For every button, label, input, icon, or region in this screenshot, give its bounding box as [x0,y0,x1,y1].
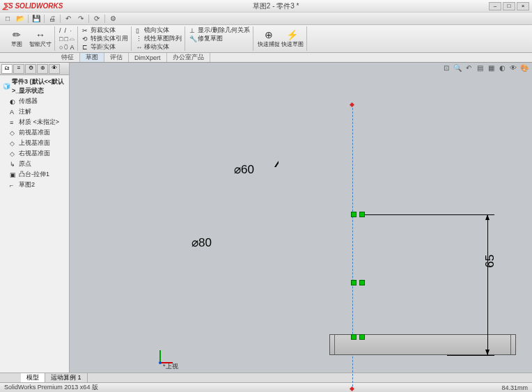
app-logo: ⅀S SOLIDWORKS [3,2,63,10]
rect-tool[interactable]: □ [59,35,63,42]
svg-point-0 [262,124,279,167]
fm-tabs: 🗂 ≡ ⚙ ⊕ 👁 [0,63,69,75]
tree-top-plane[interactable]: ◇上视基准面 [1,138,68,148]
minimize-button[interactable]: – [489,2,501,10]
main-area: 🗂 ≡ ⚙ ⊕ 👁 🧊零件3 (默认<<默认>_显示状态 ◐传感器 A注解 ≡材… [0,63,532,373]
rapid-sketch-button[interactable]: ⚡快速草图 [281,26,304,50]
status-measurement: 84.31mm [501,384,528,391]
arc-tool[interactable]: / [64,26,68,34]
circle-tool[interactable]: ○ [59,43,63,51]
move-button[interactable]: ↔移动实体 [136,43,182,51]
ribbon-group-quick: ⊕快速捕捉 ⚡快速草图 [255,26,307,51]
view-label: *上视 [163,362,178,371]
line-tool[interactable]: / [59,26,63,34]
ext-line-top [362,214,494,215]
relation-marker [351,280,357,285]
tab-dimxpert[interactable]: DimXpert [129,53,167,62]
feature-manager: 🗂 ≡ ⚙ ⊕ 👁 🧊零件3 (默认<<默认>_显示状态 ◐传感器 A注解 ≡材… [0,63,70,373]
window-controls: – □ × [489,2,529,10]
ribbon: ✏草图 ↔智能尺寸 / □ ○ / □ ⬯ · ⌓ A ✂剪裁实体 ⟲转换实体引… [0,25,532,53]
ext-line-bottom [447,355,494,356]
zoom-fit-icon[interactable]: ⊡ [441,64,451,74]
tab-sketch[interactable]: 草图 [80,53,104,62]
options-icon[interactable]: ⚙ [108,14,118,24]
relation-marker [359,280,365,285]
polygon-tool[interactable]: □ [64,35,68,42]
print-icon[interactable]: 🖨 [47,14,57,24]
ribbon-group-sketch: ✏草图 ↔智能尺寸 [3,26,55,51]
fm-tab-prop[interactable]: ≡ [13,64,24,74]
relations-button[interactable]: ⊥显示/删除几何关系 [189,26,250,34]
ribbon-group-pattern: ▯镜向实体 ⋮线性草图阵列 ↔移动实体 [133,26,185,51]
tab-evaluate[interactable]: 评估 [104,53,129,62]
tab-features[interactable]: 特征 [56,53,80,62]
tree-right-plane[interactable]: ◇右视基准面 [1,148,68,159]
fm-tab-config[interactable]: ⚙ [25,64,36,74]
dim-line-65 [487,214,488,355]
fm-tab-display[interactable]: 👁 [49,64,60,74]
tree-sensors[interactable]: ◐传感器 [1,96,68,107]
spline-tool[interactable]: ⌓ [70,35,75,42]
btab-motion[interactable]: 运动算例 1 [45,373,88,382]
tab-office[interactable]: 办公室产品 [167,53,210,62]
svg-point-12 [159,361,162,364]
ribbon-group-modify: ✂剪裁实体 ⟲转换实体引用 ⊏等距实体 [79,26,132,51]
tree-origin[interactable]: ↳原点 [1,159,68,169]
open-icon[interactable]: 📂 [15,14,25,24]
mirror-button[interactable]: ▯镜向实体 [136,26,182,34]
prev-view-icon[interactable]: ↶ [464,64,474,74]
fm-tab-dim[interactable]: ⊕ [37,64,48,74]
rebuild-icon[interactable]: ⟳ [92,14,102,24]
tree-front-plane[interactable]: ◇前视基准面 [1,127,68,138]
trim-button[interactable]: ✂剪裁实体 [82,26,128,34]
dim-height-65[interactable]: 65 [483,255,497,268]
maximize-button[interactable]: □ [503,2,515,10]
redo-icon[interactable]: ↷ [76,14,86,24]
quick-access-toolbar: □ 📂 💾 🖨 ↶ ↷ ⟳ ⚙ [0,13,532,25]
title-bar: ⅀S SOLIDWORKS 草图2 - 零件3 * – □ × [0,0,532,13]
quick-snap-button[interactable]: ⊕快速捕捉 [258,26,280,50]
new-icon[interactable]: □ [3,14,13,24]
view-orient-icon[interactable]: ▦ [486,64,496,74]
centerline-end-icon [350,102,354,107]
repair-button[interactable]: 🔧修复草图 [189,35,250,42]
bottom-tabs: 模型 运动算例 1 [0,373,532,382]
point-tool[interactable]: · [70,26,75,34]
btab-model[interactable]: 模型 [21,373,45,382]
coincident-marker [359,212,365,217]
section-icon[interactable]: ▤ [475,64,485,74]
linear-pattern-button[interactable]: ⋮线性草图阵列 [136,35,182,42]
dim-diameter-60[interactable]: ⌀60 [234,162,254,177]
ribbon-group-display: ⊥显示/删除几何关系 🔧修复草图 [187,26,253,51]
zoom-area-icon[interactable]: 🔍 [453,64,462,74]
tree-sketch2[interactable]: ⌐草图2 [1,180,68,190]
tree-root[interactable]: 🧊零件3 (默认<<默认>_显示状态 [1,77,68,96]
close-button[interactable]: × [517,2,529,10]
graphics-viewport[interactable]: ⊡ 🔍 ↶ ▤ ▦ ◐ 👁 🎨 ⌀60 [70,63,532,373]
ellipse-tool[interactable]: ⬯ [64,43,68,51]
dim-diameter-80[interactable]: ⌀80 [191,235,212,250]
offset-button[interactable]: ⊏等距实体 [82,43,128,51]
tree-material[interactable]: ≡材质 <未指定> [1,117,68,127]
ribbon-group-entities: / □ ○ / □ ⬯ · ⌓ A [56,26,78,51]
hide-show-icon[interactable]: 👁 [508,64,518,74]
tree-extrude1[interactable]: ▣凸台-拉伸1 [1,169,68,180]
sketch-button[interactable]: ✏草图 [6,26,28,50]
origin-marker [351,212,357,217]
view-toolbar: ⊡ 🔍 ↶ ▤ ▦ ◐ 👁 🎨 [441,64,529,74]
appearance-icon[interactable]: 🎨 [519,64,529,74]
fm-tab-tree[interactable]: 🗂 [1,64,13,74]
status-bar: SolidWorks Premium 2013 x64 版 84.31mm [0,382,532,392]
display-style-icon[interactable]: ◐ [497,64,507,74]
document-title: 草图2 - 零件3 * [63,1,489,11]
save-icon[interactable]: 💾 [31,14,41,24]
text-tool[interactable]: A [70,43,75,51]
smart-dimension-button[interactable]: ↔智能尺寸 [29,26,52,50]
undo-icon[interactable]: ↶ [63,14,73,24]
status-version: SolidWorks Premium 2013 x64 版 [4,383,98,392]
command-tabs: 特征 草图 评估 DimXpert 办公室产品 [0,53,532,63]
tree-annotations[interactable]: A注解 [1,107,68,117]
relation-marker [351,334,357,340]
convert-button[interactable]: ⟲转换实体引用 [82,35,128,42]
feature-tree: 🧊零件3 (默认<<默认>_显示状态 ◐传感器 A注解 ≡材质 <未指定> ◇前… [0,75,69,191]
